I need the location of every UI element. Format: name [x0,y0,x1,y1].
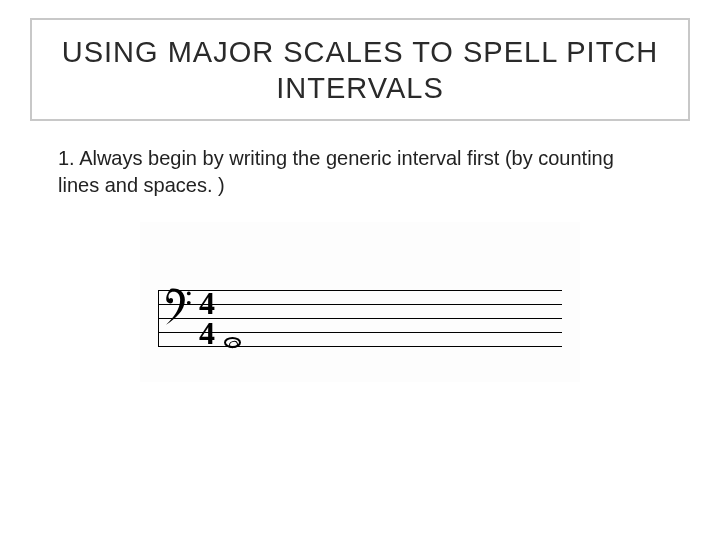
staff-line-2 [158,332,562,333]
staff: 4 4 [158,290,562,346]
staff-line-3 [158,318,562,319]
svg-point-1 [187,301,191,305]
slide-title: USING MAJOR SCALES TO SPELL PITCH INTERV… [52,34,668,107]
title-container: USING MAJOR SCALES TO SPELL PITCH INTERV… [30,18,690,121]
staff-line-4 [158,304,562,305]
time-sig-numerator: 4 [198,288,216,318]
instruction-text: 1. Always begin by writing the generic i… [58,145,638,199]
staff-line-5 [158,290,562,291]
time-sig-denominator: 4 [198,318,216,348]
staff-line-1 [158,346,562,347]
bass-clef-icon [161,284,193,328]
time-signature: 4 4 [198,288,216,348]
whole-note [224,337,241,348]
music-staff-figure: 4 4 [140,222,580,382]
svg-point-0 [187,292,191,296]
